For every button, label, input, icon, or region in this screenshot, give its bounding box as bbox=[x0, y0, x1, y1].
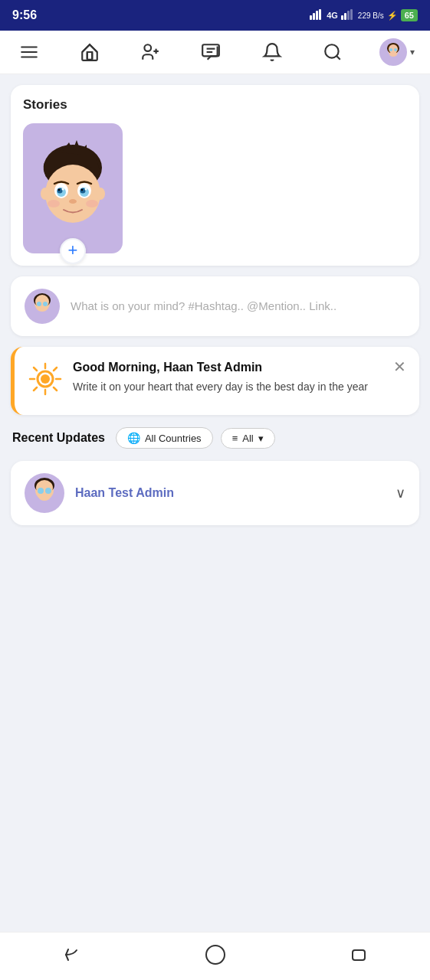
svg-point-34 bbox=[80, 188, 86, 194]
all-countries-label: All Countries bbox=[145, 433, 202, 444]
story-item-add[interactable]: + bbox=[23, 123, 123, 253]
back-button[interactable] bbox=[53, 942, 91, 968]
story-add-button[interactable]: + bbox=[60, 238, 86, 264]
all-label: All bbox=[242, 433, 253, 444]
notification-card: Good Morning, Haan Test Admin Write it o… bbox=[11, 347, 419, 415]
svg-point-49 bbox=[43, 302, 48, 306]
svg-point-18 bbox=[325, 44, 338, 57]
svg-rect-11 bbox=[87, 52, 93, 60]
post-preview-avatar bbox=[25, 473, 64, 513]
svg-point-67 bbox=[39, 495, 50, 501]
post-box[interactable]: What is on your mind? #Hashtag.. @Mentio… bbox=[11, 276, 419, 336]
svg-point-47 bbox=[35, 295, 49, 309]
recent-updates-label: Recent Updates bbox=[12, 431, 105, 445]
svg-point-42 bbox=[41, 188, 50, 200]
menu-icon[interactable] bbox=[15, 38, 43, 66]
svg-point-41 bbox=[86, 200, 98, 207]
chat-icon[interactable] bbox=[197, 38, 225, 66]
post-preview-name: Haan Test Admin bbox=[75, 486, 174, 500]
stories-card: Stories bbox=[11, 85, 419, 266]
speed-text: 229 B/s bbox=[358, 11, 384, 20]
svg-rect-1 bbox=[313, 13, 315, 20]
post-preview-memoji bbox=[26, 475, 63, 511]
svg-point-24 bbox=[389, 48, 392, 51]
notification-title: Good Morning, Haan Test Admin bbox=[73, 359, 405, 376]
svg-point-40 bbox=[48, 200, 60, 207]
expand-chevron-icon[interactable]: ∨ bbox=[396, 485, 405, 501]
svg-point-60 bbox=[41, 374, 50, 384]
status-icons: 4G 229 B/s ⚡ 65 bbox=[310, 9, 418, 21]
notification-close-button[interactable]: ✕ bbox=[390, 358, 409, 376]
memoji-face-svg bbox=[27, 139, 119, 238]
add-user-icon[interactable] bbox=[136, 38, 164, 66]
post-placeholder-text: What is on your mind? #Hashtag.. @Mentio… bbox=[71, 298, 336, 315]
dropdown-arrow-icon: ▾ bbox=[258, 433, 264, 444]
svg-rect-6 bbox=[347, 11, 350, 20]
signal-bars2-icon bbox=[341, 9, 355, 21]
svg-point-39 bbox=[69, 199, 77, 204]
svg-rect-5 bbox=[344, 13, 346, 20]
svg-point-68 bbox=[206, 946, 225, 964]
svg-line-56 bbox=[34, 368, 37, 371]
svg-point-48 bbox=[37, 302, 41, 306]
post-avatar bbox=[25, 289, 60, 324]
svg-rect-0 bbox=[310, 15, 312, 20]
svg-rect-4 bbox=[341, 15, 343, 20]
top-nav: ▾ bbox=[0, 31, 430, 74]
post-preview-card[interactable]: Haan Test Admin ∨ bbox=[11, 461, 419, 525]
svg-rect-2 bbox=[316, 11, 318, 20]
bell-icon[interactable] bbox=[258, 38, 286, 66]
svg-line-19 bbox=[336, 56, 340, 60]
svg-point-37 bbox=[62, 188, 64, 191]
bottom-nav bbox=[0, 932, 430, 980]
svg-point-43 bbox=[96, 188, 105, 200]
recent-apps-button[interactable] bbox=[340, 942, 378, 968]
plus-icon: + bbox=[68, 242, 78, 259]
svg-line-59 bbox=[34, 387, 37, 390]
svg-point-33 bbox=[57, 188, 63, 194]
stories-list: + bbox=[23, 123, 407, 253]
chevron-down-icon: ▾ bbox=[410, 47, 415, 57]
svg-point-25 bbox=[394, 48, 397, 51]
svg-point-65 bbox=[38, 488, 44, 494]
search-icon[interactable] bbox=[319, 38, 346, 66]
svg-point-26 bbox=[389, 52, 397, 57]
svg-rect-3 bbox=[319, 9, 321, 20]
svg-point-66 bbox=[45, 488, 51, 494]
all-countries-button[interactable]: 🌐 All Countries bbox=[116, 427, 213, 449]
svg-line-57 bbox=[54, 387, 57, 390]
notification-content: Good Morning, Haan Test Admin Write it o… bbox=[73, 359, 405, 395]
svg-point-38 bbox=[85, 188, 87, 191]
svg-point-35 bbox=[58, 189, 60, 191]
signal-bars-icon bbox=[310, 9, 323, 21]
stories-title: Stories bbox=[23, 97, 407, 113]
recent-updates-bar: Recent Updates 🌐 All Countries ≡ All ▾ bbox=[11, 426, 419, 450]
post-avatar-memoji bbox=[27, 291, 57, 322]
battery-badge: 65 bbox=[401, 9, 418, 21]
svg-line-58 bbox=[54, 368, 57, 371]
svg-point-28 bbox=[45, 165, 100, 223]
status-time: 9:56 bbox=[12, 8, 37, 22]
status-bar: 9:56 4G 229 B/s ⚡ 65 bbox=[0, 0, 430, 31]
globe-icon: 🌐 bbox=[127, 432, 140, 444]
svg-point-12 bbox=[145, 44, 152, 51]
svg-rect-7 bbox=[350, 9, 353, 20]
user-avatar-wrapper[interactable]: ▾ bbox=[379, 38, 415, 66]
main-content: Stories bbox=[0, 74, 430, 536]
lightning-icon: ⚡ bbox=[387, 11, 398, 21]
notification-body: Write it on your heart that every day is… bbox=[73, 379, 405, 395]
home-icon[interactable] bbox=[76, 38, 103, 66]
avatar bbox=[379, 38, 407, 66]
post-preview-left: Haan Test Admin bbox=[25, 473, 174, 513]
sun-icon bbox=[28, 362, 62, 403]
all-filter-button[interactable]: ≡ All ▾ bbox=[221, 428, 275, 449]
filter-lines-icon: ≡ bbox=[232, 433, 238, 444]
network-type: 4G bbox=[327, 11, 338, 20]
svg-rect-69 bbox=[353, 950, 365, 960]
svg-point-36 bbox=[81, 189, 83, 191]
home-button[interactable] bbox=[196, 942, 235, 968]
svg-point-64 bbox=[36, 480, 53, 495]
